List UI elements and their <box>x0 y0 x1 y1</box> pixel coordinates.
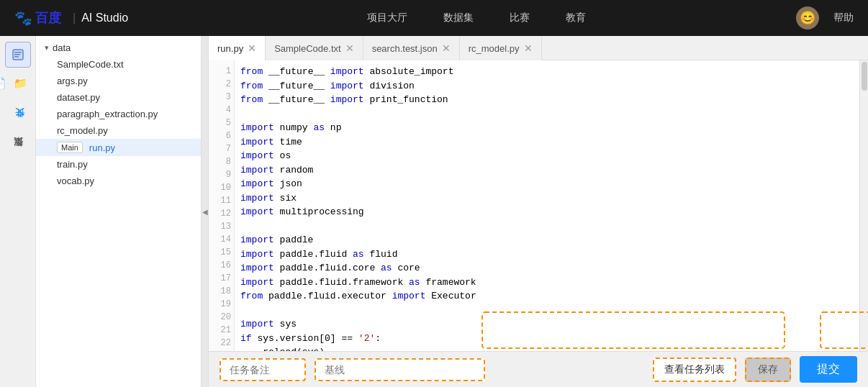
file-toolbar: 📄 📁 ⬆ <box>0 75 35 92</box>
header-right: 😊 帮助 <box>796 6 854 29</box>
save-button[interactable]: 保存 <box>745 358 791 382</box>
editor-container: run.py ✕ SampleCode.txt ✕ search.test.js… <box>209 36 868 387</box>
nav-competitions[interactable]: 比赛 <box>510 12 530 24</box>
file-name: rc_model.py <box>57 125 108 136</box>
main-badge: Main <box>57 142 83 153</box>
new-file-button[interactable]: 📄 <box>0 75 9 92</box>
svg-rect-3 <box>14 56 19 58</box>
file-rcmodel[interactable]: rc_model.py <box>36 122 201 139</box>
file-vocab[interactable]: vocab.py <box>36 173 201 189</box>
baseline-input[interactable] <box>315 358 485 381</box>
avatar[interactable]: 😊 <box>796 6 819 29</box>
nav-datasets[interactable]: 数据集 <box>443 12 474 24</box>
bottom-bar: 查看任务列表 保存 提交 <box>209 351 868 387</box>
editor-body: 123456789101112131415161718192021222324 … <box>209 60 868 351</box>
tab-run-py[interactable]: run.py ✕ <box>209 36 266 60</box>
tab-search-test[interactable]: search.test.json ✕ <box>363 36 460 60</box>
file-dataset[interactable]: dataset.py <box>36 89 201 106</box>
file-name: run.py <box>89 142 115 153</box>
tab-close-icon[interactable]: ✕ <box>345 43 354 53</box>
main-container: 📄 📁 ⬆ 文件夹 数据集 ▾ data SampleCode.txt args… <box>0 36 868 387</box>
logo-baidu-text: 百度 <box>35 9 61 27</box>
submit-button[interactable]: 提交 <box>800 356 857 383</box>
sidebar-vertical-labels: 文件夹 数据集 <box>9 96 26 387</box>
file-name: args.py <box>57 76 88 86</box>
folder-data[interactable]: ▾ data <box>36 40 201 56</box>
scrollbar-thumb[interactable] <box>862 62 867 91</box>
sidebar-icons-panel: 📄 📁 ⬆ 文件夹 数据集 <box>0 36 36 387</box>
header-nav: 项目大厅 数据集 比赛 教育 <box>157 12 796 24</box>
tab-label: run.py <box>217 43 243 54</box>
logo: 🐾 百度 | AI Studio <box>14 9 128 27</box>
collapse-icon: ◀ <box>202 208 208 216</box>
file-name: vocab.py <box>57 176 94 186</box>
scrollbar[interactable] <box>859 60 868 351</box>
file-paragraph[interactable]: paragraph_extraction.py <box>36 106 201 122</box>
file-args[interactable]: args.py <box>36 73 201 89</box>
logo-studio-text: AI Studio <box>81 12 128 24</box>
tab-label: SampleCode.txt <box>274 43 341 54</box>
file-name: SampleCode.txt <box>57 59 124 70</box>
file-samplecode[interactable]: SampleCode.txt <box>36 56 201 73</box>
logo-paw-icon: 🐾 <box>14 9 32 27</box>
file-name: train.py <box>57 159 88 170</box>
tab-samplecode[interactable]: SampleCode.txt ✕ <box>266 36 363 60</box>
help-link[interactable]: 帮助 <box>833 12 854 24</box>
tab-close-icon[interactable]: ✕ <box>248 43 256 53</box>
tab-label: rc_model.py <box>469 43 520 54</box>
file-name: dataset.py <box>57 92 100 103</box>
tab-rc-model[interactable]: rc_model.py ✕ <box>460 36 542 60</box>
line-numbers: 123456789101112131415161718192021222324 <box>209 60 235 351</box>
tab-close-icon[interactable]: ✕ <box>442 43 451 53</box>
nav-education[interactable]: 教育 <box>566 12 586 24</box>
header: 🐾 百度 | AI Studio 项目大厅 数据集 比赛 教育 😊 帮助 <box>0 0 868 36</box>
code-editor[interactable]: from __future__ import absolute_import f… <box>235 60 859 351</box>
task-note-input[interactable] <box>220 358 306 381</box>
folder-chevron: ▾ <box>45 43 49 53</box>
file-train[interactable]: train.py <box>36 156 201 173</box>
editor-tabs: run.py ✕ SampleCode.txt ✕ search.test.js… <box>209 36 868 60</box>
file-tree: ▾ data SampleCode.txt args.py dataset.py… <box>36 36 201 387</box>
svg-rect-2 <box>14 54 20 55</box>
file-name: paragraph_extraction.py <box>57 109 158 119</box>
new-folder-button[interactable]: 📁 <box>12 75 30 92</box>
tab-close-icon[interactable]: ✕ <box>524 43 533 53</box>
logo-divider: | <box>73 12 76 24</box>
sidebar-files-icon[interactable] <box>5 42 31 68</box>
view-tasks-button[interactable]: 查看任务列表 <box>653 358 736 382</box>
file-panel: ▾ data SampleCode.txt args.py dataset.py… <box>36 36 202 387</box>
folder-name: data <box>53 42 71 53</box>
panel-collapse-button[interactable]: ◀ <box>202 36 209 387</box>
svg-rect-1 <box>14 52 22 53</box>
file-run[interactable]: Main run.py <box>36 139 201 156</box>
tab-label: search.test.json <box>372 43 438 54</box>
nav-projects[interactable]: 项目大厅 <box>367 12 407 24</box>
